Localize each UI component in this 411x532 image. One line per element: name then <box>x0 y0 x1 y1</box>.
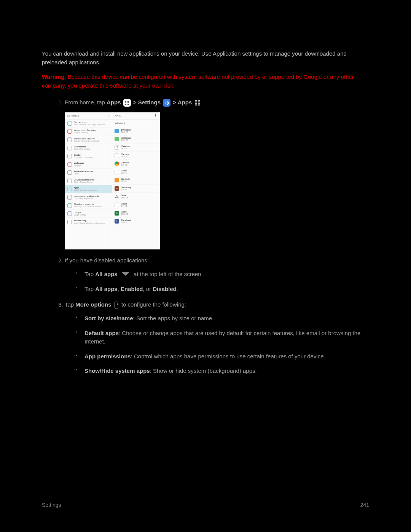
app-row: aDictionary8.00 KB <box>112 185 159 193</box>
settings-row: ConnectionsWi-Fi, Bluetooth, Data usage,… <box>65 120 112 128</box>
apps-label: Apps <box>107 99 121 105</box>
settings-row: Device maintenanceBattery, Storage, Memo… <box>65 177 112 185</box>
svg-point-4 <box>126 102 127 104</box>
settings-row: Hotspot and TetheringHotspot, Tethering <box>65 128 112 136</box>
app-row: xExcel18.00 KB <box>112 209 159 217</box>
settings-row: Lock screen and securityLock screen, Fin… <box>65 193 112 202</box>
apps-grid-icon <box>123 99 131 107</box>
app-row: Camera140 KB <box>112 152 159 160</box>
more-options-icon <box>115 302 118 308</box>
svg-point-9 <box>195 101 197 102</box>
warning-text: : Because this device can be configured … <box>42 73 354 89</box>
settings-row: AppsDefault apps, App permissions <box>65 185 112 193</box>
step-2a: Tap All apps at the top left of the scre… <box>78 270 369 279</box>
footer-section: Settings <box>42 501 61 509</box>
svg-point-0 <box>125 101 126 102</box>
svg-point-10 <box>198 101 200 102</box>
step-3: Tap More options to configure the follow… <box>65 300 369 375</box>
search-icon: ⌕ <box>108 113 110 118</box>
app-row: Chrome3.39 MB <box>112 160 159 168</box>
settings-row: DisplayBrightness, Home screen <box>65 152 112 161</box>
settings-row: Sounds and vibrationSounds, Vibration, D… <box>65 136 112 144</box>
settings-label: Settings <box>138 99 161 105</box>
screenshot-apps-pane: APPS⋮ All apps ▾ 1Weather18.00 KBCalcula… <box>112 113 159 249</box>
step-2: If you have disabled applications: Tap A… <box>65 256 369 294</box>
settings-gear-icon <box>163 99 170 107</box>
app-row: Contacts236 KB <box>112 176 159 185</box>
apps-4dot-icon <box>194 99 201 106</box>
settings-row: Cloud and accountsSamsung Cloud, Backup … <box>65 201 112 210</box>
svg-point-1 <box>126 101 127 102</box>
app-row: Drive18.00 KB <box>112 193 159 201</box>
svg-point-3 <box>125 102 126 104</box>
settings-row: GoogleGoogle settings <box>65 210 112 218</box>
svg-point-8 <box>128 104 129 105</box>
settings-row: NotificationsBlock, allow, prioritize <box>65 144 112 152</box>
svg-point-7 <box>126 104 127 105</box>
step-3-item: Sort by size/name: Sort the apps by size… <box>78 314 369 323</box>
dropdown-triangle-icon <box>121 270 131 279</box>
step-1: From home, tap Apps > Settings > Apps . … <box>65 98 369 249</box>
steps-list: From home, tap Apps > Settings > Apps . … <box>42 98 369 375</box>
app-row: Clock340 KB <box>112 168 159 176</box>
app-row: fFacebook184 KB <box>112 217 159 226</box>
step-3-item: Show/Hide system apps: Show or hide syst… <box>78 367 369 375</box>
warning-paragraph: Warning: Because this device can be conf… <box>42 73 369 90</box>
footer-page: 241 <box>360 501 369 509</box>
svg-point-6 <box>125 104 126 105</box>
apps-label-2: Apps <box>178 99 192 105</box>
settings-row: Advanced featuresGames <box>65 169 112 177</box>
step-2b: Tap All apps, Enabled, or Disabled. <box>78 285 369 294</box>
svg-point-2 <box>128 101 129 102</box>
all-apps-dropdown: All apps ▾ <box>112 120 159 127</box>
page-footer: Settings 241 <box>42 501 369 509</box>
svg-point-5 <box>128 102 129 104</box>
step-3-item: App permissions: Control which apps have… <box>78 352 369 361</box>
svg-marker-14 <box>121 272 130 276</box>
svg-marker-13 <box>115 195 118 198</box>
more-icon: ⋮ <box>154 114 158 118</box>
app-row: Calculator98.00 KB <box>112 135 159 144</box>
app-row: 12Calendar240 KB <box>112 144 159 152</box>
svg-point-11 <box>195 104 197 105</box>
app-row: Email1.77 MB <box>112 201 159 209</box>
svg-point-12 <box>198 104 200 105</box>
warning-label: Warning <box>42 73 64 80</box>
screenshot-settings-pane: SETTINGS⌕ ConnectionsWi-Fi, Bluetooth, D… <box>65 113 112 249</box>
settings-row: WallpaperWallpaper <box>65 160 112 169</box>
step-3-item: Default apps: Choose or change apps that… <box>78 329 369 346</box>
settings-apps-screenshot: SETTINGS⌕ ConnectionsWi-Fi, Bluetooth, D… <box>65 112 160 249</box>
app-row: 1Weather18.00 KB <box>112 127 159 136</box>
intro-paragraph: You can download and install new applica… <box>42 50 369 67</box>
settings-row: AccessibilityVision, Hearing, Dexterity,… <box>65 218 112 226</box>
